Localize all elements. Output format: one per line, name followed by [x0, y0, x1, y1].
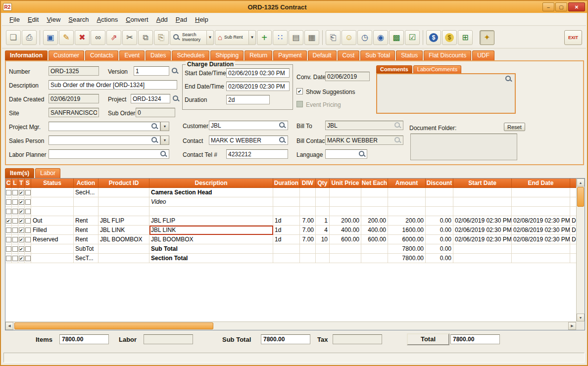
table-row[interactable]: ✔✔OutRentJBL FLIPJBL FLIP1d7.001200.0020… [5, 216, 576, 226]
cell-action[interactable] [74, 197, 98, 207]
row-checkbox-c[interactable] [6, 246, 11, 252]
table-row[interactable]: ✔ [5, 207, 576, 216]
version-field[interactable] [134, 66, 169, 76]
cell-product[interactable] [98, 254, 149, 263]
tab-schedules[interactable]: Schedules [172, 50, 209, 60]
cell-net[interactable] [361, 188, 388, 197]
cell-start[interactable] [453, 188, 512, 197]
tab-udf[interactable]: UDF [472, 50, 494, 60]
cell-diw[interactable]: 7.00 [300, 235, 316, 244]
cell-qty[interactable] [316, 188, 330, 197]
column-header-end[interactable]: End Date [512, 179, 570, 188]
cell-extra[interactable]: D [570, 216, 576, 226]
cell-extra[interactable]: D [570, 235, 576, 244]
row-checkbox-c[interactable] [6, 190, 11, 195]
cell-status[interactable]: Reserved [31, 235, 74, 244]
project-mgr-dropdown-icon[interactable]: ▼ [160, 122, 169, 131]
horizontal-scroll-thumb[interactable] [14, 322, 213, 329]
table-row[interactable]: ✔SubTotSub Total7800.000.00 [5, 244, 576, 254]
row-checkbox-t[interactable]: ✔ [19, 209, 24, 214]
cell-qty[interactable] [316, 207, 330, 216]
cell-action[interactable]: SecT... [74, 254, 98, 263]
labor-planner-field[interactable] [49, 149, 169, 159]
cell-start[interactable] [453, 254, 512, 263]
cell-start[interactable] [453, 244, 512, 254]
show-suggestions-checkbox[interactable]: ✔ [296, 88, 303, 94]
minimize-button[interactable]: – [542, 2, 554, 11]
cell-end[interactable]: 02/08/2019 02:30 PM [512, 235, 570, 244]
row-checkbox-l[interactable] [12, 237, 18, 242]
cell-net[interactable]: 200.00 [361, 216, 388, 226]
cell-desc[interactable]: Sub Total [149, 244, 273, 254]
tab-payment[interactable]: Payment [273, 50, 306, 60]
cell-unit[interactable] [330, 207, 361, 216]
sub-rent-button-main[interactable]: ⌂Sub Rent [215, 30, 249, 45]
cell-duration[interactable]: 1d [273, 235, 300, 244]
cell-qty[interactable]: 4 [316, 226, 330, 235]
row-checkbox-t[interactable]: ✔ [19, 237, 24, 242]
cell-product[interactable] [98, 197, 149, 207]
cell-duration[interactable] [273, 197, 300, 207]
cell-status[interactable] [31, 244, 74, 254]
column-header-qty[interactable]: Qty [316, 179, 330, 188]
column-header-action[interactable]: Action [74, 179, 98, 188]
column-header-s[interactable]: S [25, 179, 31, 188]
description-field[interactable] [49, 80, 177, 90]
smiley-icon[interactable]: ☺ [342, 30, 356, 45]
cell-diw[interactable] [300, 244, 316, 254]
new-document-icon[interactable]: ❏ [6, 30, 21, 45]
cell-desc[interactable] [149, 207, 273, 216]
sales-person-magnifier-icon[interactable] [151, 137, 158, 144]
cell-product[interactable] [98, 244, 149, 254]
start-datetime-field[interactable] [226, 68, 290, 78]
column-header-start[interactable]: Start Date [453, 179, 512, 188]
cell-discount[interactable] [426, 197, 453, 207]
cell-start[interactable]: 02/06/2019 02:30 PM [453, 216, 512, 226]
end-datetime-field[interactable] [226, 82, 290, 91]
cell-diw[interactable] [300, 254, 316, 263]
save-icon[interactable]: ▣ [43, 30, 58, 45]
scroll-right-icon[interactable]: ▶ [568, 322, 576, 330]
cell-start[interactable]: 02/06/2019 02:30 PM [453, 235, 512, 244]
cell-action[interactable]: SecH... [74, 188, 98, 197]
tab-labor[interactable]: Labor [35, 168, 60, 178]
dollar-icon[interactable]: $ [426, 30, 441, 45]
row-checkbox-c[interactable] [6, 209, 11, 214]
cell-extra[interactable] [570, 197, 576, 207]
cell-unit[interactable]: 200.00 [330, 216, 361, 226]
cell-net[interactable] [361, 254, 388, 263]
total-field[interactable] [450, 334, 500, 344]
cell-discount[interactable]: 0.00 [426, 244, 453, 254]
cell-net[interactable] [361, 244, 388, 254]
row-checkbox-t[interactable]: ✔ [19, 199, 24, 205]
dropdown-arrow-icon[interactable]: ▼ [249, 30, 256, 45]
app-icon[interactable]: R2 [3, 3, 12, 11]
cell-action[interactable]: Rent [74, 216, 98, 226]
cell-duration[interactable]: 1d [273, 216, 300, 226]
row-checkbox-l[interactable] [12, 256, 18, 261]
tab-cost[interactable]: Cost [338, 50, 360, 60]
table-row[interactable]: ✔SecT...Section Total7800.000.00 [5, 254, 576, 263]
tab-status[interactable]: Status [396, 50, 423, 60]
sub-orders-field[interactable] [136, 108, 175, 117]
cell-net[interactable]: 400.00 [361, 226, 388, 235]
menu-item-help[interactable]: Help [192, 15, 212, 24]
row-checkbox-t[interactable]: ✔ [19, 228, 24, 233]
cell-amount[interactable]: 200.00 [388, 216, 426, 226]
cell-amount[interactable]: 7800.00 [388, 254, 426, 263]
row-checkbox-c[interactable] [6, 228, 11, 233]
paste-icon[interactable]: ⎘ [154, 30, 169, 45]
cell-unit[interactable]: 600.00 [330, 235, 361, 244]
copy-icon[interactable]: ⧉ [138, 30, 153, 45]
column-header-status[interactable]: Status [31, 179, 74, 188]
contact-tel-field[interactable] [226, 149, 288, 159]
cell-duration[interactable] [273, 188, 300, 197]
coins-icon[interactable]: $ [442, 30, 457, 45]
conv-date-field[interactable] [325, 72, 370, 81]
cell-duration[interactable] [273, 207, 300, 216]
cell-extra[interactable] [570, 244, 576, 254]
sub-rent-button[interactable]: ⌂Sub Rent▼ [215, 30, 256, 45]
cell-discount[interactable]: 0.00 [426, 235, 453, 244]
number-field[interactable] [49, 66, 99, 76]
tab-dates[interactable]: Dates [146, 50, 171, 60]
